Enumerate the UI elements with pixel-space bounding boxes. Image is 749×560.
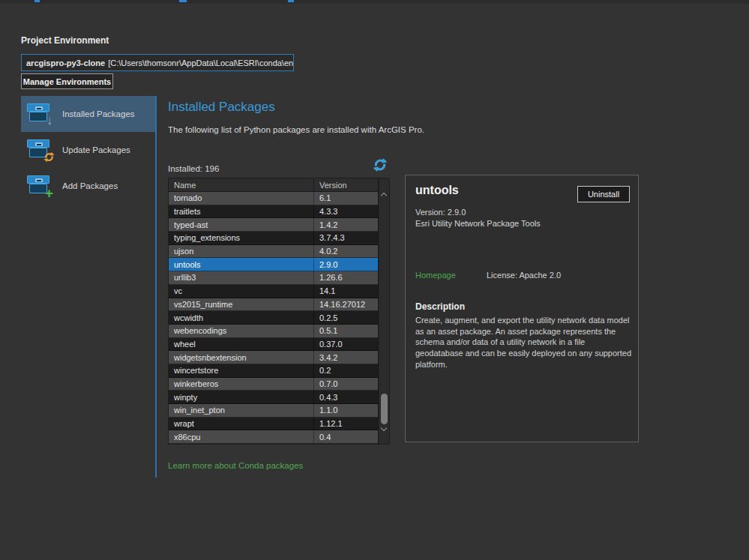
package-version-cell: 0.2 xyxy=(314,364,378,377)
refresh-icon[interactable] xyxy=(373,157,388,172)
package-name-cell: webencodings xyxy=(169,325,314,337)
update-packages-icon xyxy=(25,137,54,163)
table-row[interactable]: ujson 4.0.2 xyxy=(169,245,389,259)
manage-environments-button[interactable]: Manage Environments xyxy=(21,73,113,89)
package-details-panel: untools Uninstall Version: 2.9.0 Esri Ut… xyxy=(405,175,639,442)
package-name-cell: traitlets xyxy=(169,205,314,218)
package-version-cell: 3.4.2 xyxy=(314,351,378,364)
package-version-cell: 0.7.0 xyxy=(314,378,378,391)
package-name-cell: tornado xyxy=(169,192,314,205)
scroll-up-icon[interactable] xyxy=(382,192,387,197)
package-name-cell: vc xyxy=(169,285,314,298)
environment-path: [C:\Users\thomsonr\AppData\Local\ESRI\co… xyxy=(108,58,294,67)
installed-packages-icon: ↓ xyxy=(25,101,54,127)
sidebar-item-update-packages[interactable]: Update Packages xyxy=(21,132,155,168)
table-row[interactable]: tornado 6.1 xyxy=(169,192,389,205)
table-row[interactable]: wrapt 1.12.1 xyxy=(169,418,389,431)
package-version-cell: 14.16.27012 xyxy=(314,298,378,311)
package-version-cell: 0.37.0 xyxy=(314,338,378,351)
description-title: Description xyxy=(415,301,465,312)
table-row[interactable]: wcwidth 0.2.5 xyxy=(169,311,389,325)
table-row[interactable]: wincertstore 0.2 xyxy=(169,364,389,378)
plus-icon: + xyxy=(45,186,53,200)
page-subtitle: The following list of Python packages ar… xyxy=(168,125,424,134)
refresh-badge-icon xyxy=(43,151,55,165)
package-version-cell: 6.1 xyxy=(314,192,378,205)
package-name-cell: wcwidth xyxy=(169,311,314,324)
package-version-cell: 14.1 xyxy=(314,285,378,298)
package-summary: Esri Utility Network Package Tools xyxy=(415,219,541,228)
package-version-cell: 1.4.2 xyxy=(314,218,378,231)
sidebar-item-label: Add Packages xyxy=(62,181,118,190)
description-text: Create, augment, and export the utility … xyxy=(415,315,634,370)
scrollbar-thumb[interactable] xyxy=(381,394,388,424)
table-row[interactable]: wheel 0.37.0 xyxy=(169,338,389,352)
table-scrollbar[interactable] xyxy=(378,178,390,445)
cutoff-title-fragment xyxy=(34,0,40,2)
table-row[interactable]: typing_extensions 3.7.4.3 xyxy=(169,232,389,245)
package-name-cell: urllib3 xyxy=(169,271,314,284)
table-row[interactable]: winpty 0.4.3 xyxy=(169,391,389,404)
environment-name: arcgispro-py3-clone xyxy=(26,58,105,67)
learn-more-conda-link[interactable]: Learn more about Conda packages xyxy=(168,461,303,470)
package-name-cell: winpty xyxy=(169,391,314,403)
package-version-cell: 1.1.0 xyxy=(314,404,378,417)
table-header: Name Version xyxy=(169,178,389,192)
package-name-cell: typing_extensions xyxy=(169,232,314,244)
table-row[interactable]: widgetsnbextension 3.4.2 xyxy=(169,351,389,364)
table-row[interactable]: x86cpu 0.4 xyxy=(169,430,389,444)
column-header-version[interactable]: Version xyxy=(314,178,378,191)
package-name-cell: winkerberos xyxy=(169,378,314,391)
uninstall-button[interactable]: Uninstall xyxy=(577,186,630,202)
package-name-cell: wrapt xyxy=(169,418,314,430)
package-version-cell: 0.2.5 xyxy=(314,311,378,324)
sidebar: ↓ Installed Packages Update Packages xyxy=(21,96,155,204)
package-name-cell: ujson xyxy=(169,245,314,258)
package-name-cell: wincertstore xyxy=(169,364,314,377)
add-packages-icon: + xyxy=(25,173,54,199)
package-name-cell: vs2015_runtime xyxy=(169,298,314,311)
package-name-cell: x86cpu xyxy=(169,430,314,443)
package-version-cell: 2.9.0 xyxy=(314,258,378,271)
package-name-cell: typed-ast xyxy=(169,218,314,231)
package-license: License: Apache 2.0 xyxy=(487,271,561,280)
package-title: untools xyxy=(415,184,459,197)
sidebar-item-add-packages[interactable]: + Add Packages xyxy=(21,168,155,204)
column-header-name[interactable]: Name xyxy=(169,178,314,191)
table-row[interactable]: win_inet_pton 1.1.0 xyxy=(169,404,389,418)
sidebar-accent-divider xyxy=(155,96,157,478)
sidebar-item-label: Installed Packages xyxy=(62,109,135,118)
table-row[interactable]: winkerberos 0.7.0 xyxy=(169,378,389,391)
download-arrow-icon: ↓ xyxy=(46,115,52,127)
environment-selector[interactable]: arcgispro-py3-clone [C:\Users\thomsonr\A… xyxy=(21,54,294,71)
package-version-cell: 0.4.3 xyxy=(314,391,378,403)
table-row[interactable]: traitlets 4.3.3 xyxy=(169,205,389,219)
sidebar-item-label: Update Packages xyxy=(62,145,130,154)
scroll-down-icon[interactable] xyxy=(382,427,387,433)
table-row[interactable]: webencodings 0.5.1 xyxy=(169,325,389,338)
package-version-cell: 4.3.3 xyxy=(314,205,378,218)
page-title: Installed Packages xyxy=(168,100,275,115)
installed-count: Installed: 196 xyxy=(168,164,219,173)
cutoff-title-fragment xyxy=(288,0,294,2)
package-version-cell: 0.4 xyxy=(314,430,378,443)
package-version-cell: 4.0.2 xyxy=(314,245,378,258)
table-row[interactable]: untools 2.9.0 xyxy=(169,258,389,271)
package-name-cell: widgetsnbextension xyxy=(169,351,314,364)
sidebar-item-installed-packages[interactable]: ↓ Installed Packages xyxy=(21,96,155,132)
package-table: Name Version tornado 6.1 traitlets 4.3.3… xyxy=(168,178,390,445)
table-row[interactable]: vc 14.1 xyxy=(169,285,389,298)
package-version-cell: 0.5.1 xyxy=(314,325,378,337)
table-row[interactable]: typed-ast 1.4.2 xyxy=(169,218,389,232)
package-version-line: Version: 2.9.0 xyxy=(415,208,466,217)
homepage-link[interactable]: Homepage xyxy=(415,271,456,280)
package-version-cell: 3.7.4.3 xyxy=(314,232,378,244)
package-name-cell: untools xyxy=(169,258,314,271)
package-version-cell: 1.26.6 xyxy=(314,271,378,284)
package-version-cell: 1.12.1 xyxy=(314,418,378,430)
table-row[interactable]: urllib3 1.26.6 xyxy=(169,271,389,285)
table-row[interactable]: vs2015_runtime 14.16.27012 xyxy=(169,298,389,312)
package-name-cell: wheel xyxy=(169,338,314,351)
cutoff-title-fragment xyxy=(179,0,187,2)
package-name-cell: win_inet_pton xyxy=(169,404,314,417)
